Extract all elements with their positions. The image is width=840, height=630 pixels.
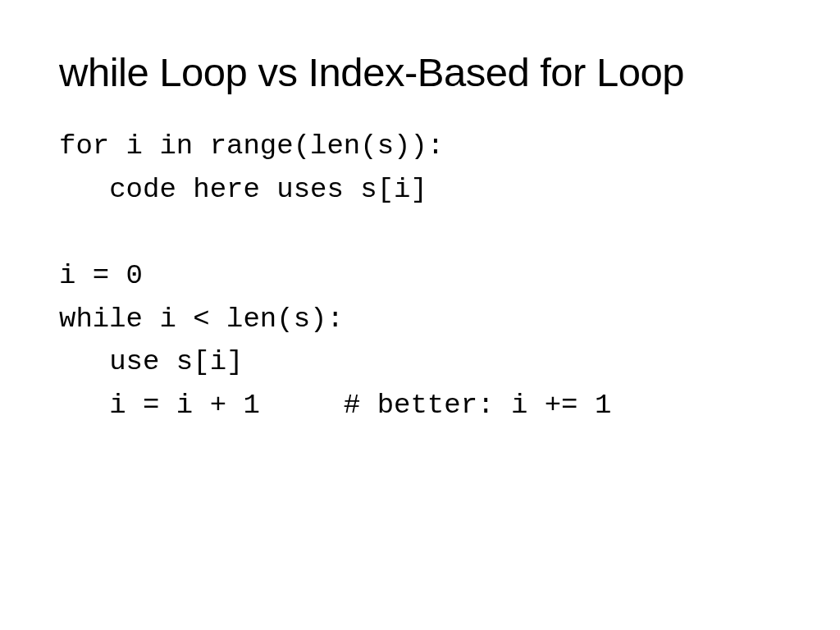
code-line-6: use s[i] bbox=[59, 346, 243, 377]
code-block: for i in range(len(s)): code here uses s… bbox=[59, 125, 781, 427]
code-line-2: code here uses s[i] bbox=[59, 174, 427, 205]
slide-title: while Loop vs Index-Based for Loop bbox=[59, 49, 781, 95]
code-line-4: i = 0 bbox=[59, 260, 143, 291]
code-line-7: i = i + 1 # better: i += 1 bbox=[59, 390, 611, 421]
code-line-5: while i < len(s): bbox=[59, 304, 344, 335]
code-line-1: for i in range(len(s)): bbox=[59, 130, 444, 162]
